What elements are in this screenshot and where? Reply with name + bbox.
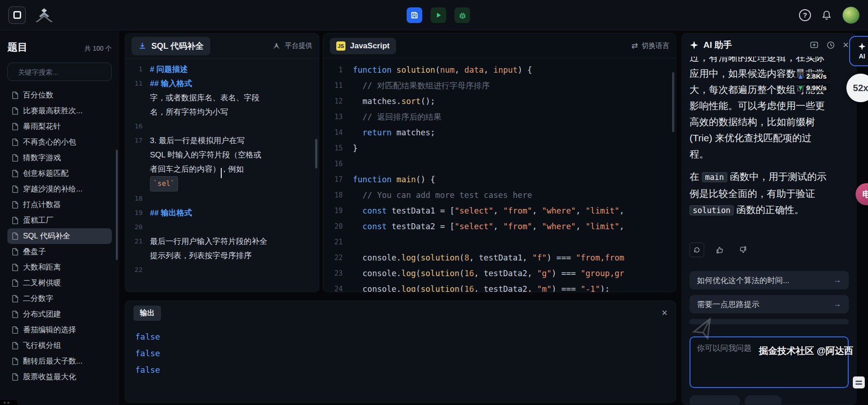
thumbs-down-button[interactable] bbox=[736, 243, 750, 257]
sidebar-item[interactable]: 穿越沙漠的补给... bbox=[7, 181, 112, 197]
language-tab[interactable]: JS JavaScript bbox=[330, 38, 396, 54]
markdown-text: 名，所有字符均为小写 bbox=[150, 105, 228, 119]
sidebar-item[interactable]: 二分数字 bbox=[7, 291, 112, 307]
sidebar-item-selected[interactable]: SQL 代码补全 bbox=[7, 228, 112, 244]
download-icon bbox=[138, 41, 147, 50]
sidebar-item[interactable]: 暴雨梨花针 bbox=[7, 119, 112, 134]
markdown-line: SQL 时输入的字符片段（空格或 bbox=[125, 148, 319, 162]
sidebar-item[interactable]: 番茄编辑的选择 bbox=[7, 322, 112, 338]
markdown-line: `sel` bbox=[125, 176, 319, 191]
markdown-line: 11## 输入格式 bbox=[125, 76, 319, 91]
document-icon bbox=[12, 123, 18, 130]
line-number: 19 bbox=[323, 203, 353, 219]
close-ai-icon[interactable]: × bbox=[843, 40, 849, 50]
side-floating-badge[interactable]: 电 bbox=[856, 183, 868, 205]
document-icon bbox=[12, 139, 18, 146]
regenerate-button[interactable] bbox=[690, 243, 704, 257]
sidebar-item[interactable]: 大数和距离 bbox=[7, 260, 112, 275]
sidebar-item[interactable]: 股票收益最大化 bbox=[7, 369, 112, 385]
suggested-question[interactable]: 需要一点思路提示→ bbox=[690, 295, 849, 313]
code-text: console.log(solution(16, testData2, "g")… bbox=[353, 266, 624, 281]
document-icon bbox=[12, 201, 18, 208]
close-output-icon[interactable]: × bbox=[661, 308, 667, 318]
suggested-question[interactable]: 如何优化这个算法的时间...→ bbox=[690, 271, 849, 289]
footer-pill[interactable] bbox=[745, 395, 782, 405]
code-scrollbar[interactable] bbox=[672, 72, 674, 132]
watermark-text: 掘金技术社区 @阿达西 bbox=[759, 345, 853, 357]
line-number: 20 bbox=[323, 219, 353, 234]
sidebar-item[interactable]: 二叉树供暖 bbox=[7, 275, 112, 291]
markdown-text: ## 输出格式 bbox=[150, 206, 192, 220]
code-line: 14 return matches; bbox=[323, 125, 676, 140]
taskbar-peek bbox=[0, 400, 17, 405]
document-icon bbox=[12, 92, 18, 99]
document-icon bbox=[12, 279, 18, 287]
code-editor[interactable]: 1function solution(num, data, input) {11… bbox=[323, 58, 676, 292]
app-logo[interactable] bbox=[8, 6, 26, 24]
download-speed: ▼ 9.9K/s bbox=[794, 83, 830, 92]
ime-indicator[interactable] bbox=[853, 376, 865, 388]
code-line: 24 console.log(solution(16, testData2, "… bbox=[323, 281, 676, 292]
download-arrow-icon: ▼ bbox=[797, 84, 804, 92]
arrow-icon: → bbox=[834, 276, 841, 285]
switch-language-button[interactable]: ⇄ 切换语言 bbox=[632, 41, 669, 51]
history-icon[interactable] bbox=[826, 40, 835, 50]
sidebar-item[interactable]: 分布式团建 bbox=[7, 307, 112, 322]
output-value: false bbox=[135, 345, 676, 362]
output-value: false bbox=[135, 329, 676, 345]
markdown-line: 173. 最后一行是模拟用户在写 bbox=[125, 133, 319, 148]
sidebar-item[interactable]: 翻转后最大子数... bbox=[7, 353, 112, 369]
sidebar-item-label: 百分位数 bbox=[23, 90, 53, 100]
sidebar-item-label: 打点计数器 bbox=[23, 200, 61, 210]
bug-icon bbox=[458, 11, 467, 20]
sidebar-item[interactable]: 创意标题匹配 bbox=[7, 166, 112, 181]
ai-input-box[interactable] bbox=[690, 336, 849, 388]
line-number: 18 bbox=[125, 191, 150, 206]
save-button[interactable] bbox=[407, 7, 422, 23]
new-chat-icon[interactable] bbox=[810, 40, 819, 50]
problem-scrollbar[interactable] bbox=[315, 139, 317, 168]
sidebar-item[interactable]: 比赛最高获胜次... bbox=[7, 103, 112, 119]
help-icon[interactable]: ? bbox=[799, 9, 811, 21]
line-number: 21 bbox=[125, 234, 150, 249]
code-text: // You can add more test cases here bbox=[353, 187, 532, 203]
debug-button[interactable] bbox=[454, 7, 470, 23]
line-number: 21 bbox=[323, 234, 353, 250]
run-button[interactable] bbox=[431, 7, 446, 23]
help-glyph: ? bbox=[803, 11, 807, 19]
sidebar-item[interactable]: 百分位数 bbox=[7, 87, 112, 103]
line-number: 20 bbox=[125, 220, 150, 234]
sidebar-item[interactable]: 飞行棋分组 bbox=[7, 338, 112, 353]
code-line: 22 console.log(solution(8, testData1, "f… bbox=[323, 250, 676, 266]
code-line: 20 const testData2 = ["select", "from", … bbox=[323, 219, 676, 234]
document-icon bbox=[12, 232, 18, 240]
footer-pill[interactable] bbox=[690, 395, 740, 405]
code-line: 13 // 返回排序后的结果 bbox=[323, 109, 676, 125]
upload-speed-value: 2.8K/s bbox=[806, 72, 827, 80]
search-input[interactable] bbox=[17, 68, 110, 76]
sidebar-item[interactable]: 不再贪心的小包 bbox=[7, 134, 112, 150]
suggested-question-label: 如何优化这个算法的时间... bbox=[697, 275, 789, 286]
thumbs-up-button[interactable] bbox=[713, 243, 727, 257]
platform-mountain-icon bbox=[272, 42, 281, 49]
problem-title-chip[interactable]: SQL 代码补全 bbox=[132, 37, 210, 55]
problem-list: 百分位数比赛最高获胜次...暴雨梨花针不再贪心的小包猜数字游戏创意标题匹配穿越沙… bbox=[7, 87, 112, 385]
juejin-logo[interactable] bbox=[32, 7, 56, 23]
sidebar-item[interactable]: 打点计数器 bbox=[7, 197, 112, 213]
markdown-text: SQL 时输入的字符片段（空格或 bbox=[150, 148, 261, 162]
search-box[interactable] bbox=[7, 63, 112, 81]
inline-code: solution bbox=[690, 205, 734, 215]
output-tab[interactable]: 输出 bbox=[133, 306, 161, 321]
line-number: 22 bbox=[323, 250, 353, 266]
sidebar-item[interactable]: 蛋糕工厂 bbox=[7, 213, 112, 228]
line-number: 1 bbox=[125, 62, 150, 76]
problem-markdown-editor[interactable]: 1# 问题描述11## 输入格式字，或者数据库名、表名、字段名，所有字符均为小写… bbox=[125, 58, 319, 292]
sidebar-scrollbar[interactable] bbox=[116, 150, 118, 260]
line-number: 17 bbox=[323, 172, 353, 187]
avatar[interactable] bbox=[842, 6, 860, 24]
sidebar-item[interactable]: 叠盘子 bbox=[7, 244, 112, 260]
sidebar-item[interactable]: 猜数字游戏 bbox=[7, 150, 112, 166]
notifications-bell-icon[interactable] bbox=[821, 10, 832, 21]
ai-suggestions: 如何优化这个算法的时间...→需要一点思路提示→ bbox=[690, 271, 849, 313]
ai-assistant-fab[interactable]: AI bbox=[849, 36, 868, 66]
